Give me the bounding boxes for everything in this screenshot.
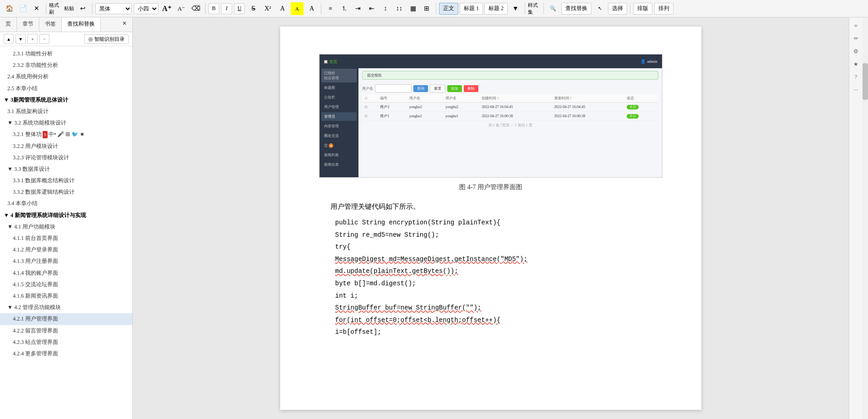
toc-item-413[interactable]: 4.1.3 用户注册界面 xyxy=(0,256,132,267)
admin-sidebar-item-5[interactable]: 管理员 xyxy=(321,112,357,121)
smart-toc-btn[interactable]: ◎ 智能识别目录 xyxy=(84,34,129,44)
scrollbar-thumb[interactable] xyxy=(863,63,868,100)
toc-item-411[interactable]: 4.1.1 前台首页界面 xyxy=(0,233,132,244)
style-set-icon[interactable]: 样式集 xyxy=(528,2,541,15)
admin-sidebar-item-7[interactable]: 圈友交流 xyxy=(321,131,357,140)
ordered-list-icon[interactable]: ⒈ xyxy=(338,2,351,15)
nav-up-btn[interactable]: ▲ xyxy=(4,34,14,44)
toc-item-33[interactable]: ▼ 3.3 数据库设计 xyxy=(0,163,132,175)
sidebar-tab-find[interactable]: 查找和替换 xyxy=(62,17,101,32)
toc-item-3[interactable]: ▼ 3新闻管理系统总体设计 xyxy=(0,94,132,106)
toc-item-31[interactable]: 3.1 系统架构设计 xyxy=(0,106,132,117)
increase-font-icon[interactable]: A⁺ xyxy=(160,2,173,15)
toc-item-415[interactable]: 4.1.5 交流论坛界面 xyxy=(0,279,132,290)
underline-btn[interactable]: U xyxy=(234,3,245,14)
toc-item-416[interactable]: 4.1.6 新闻资讯界面 xyxy=(0,290,132,302)
toc-item-321[interactable]: 3.2.1 整体功 S 中• 🎤 ⊞ 🐦 ★ xyxy=(0,129,132,140)
more-styles-icon[interactable]: ▼ xyxy=(509,2,522,15)
strikethrough-icon[interactable]: S̶ xyxy=(247,2,260,15)
find-replace-btn[interactable]: 查找替换 xyxy=(561,3,591,15)
font-size-selector[interactable]: 小四 xyxy=(134,3,158,14)
close-icon[interactable]: ✕ xyxy=(30,2,43,15)
indent-icon[interactable]: ⇥ xyxy=(352,2,364,15)
toc-item-421[interactable]: 4.2.1 用户管理界面 xyxy=(0,313,132,325)
reset-btn[interactable]: 重置 xyxy=(430,85,445,93)
right-panel-menu-icon[interactable]: ≡ xyxy=(852,21,861,30)
highlight-icon[interactable]: A xyxy=(291,2,304,15)
sidebar-tab-chapter[interactable]: 章节 xyxy=(17,17,39,32)
find-replace-icon[interactable]: 🔍 xyxy=(547,2,559,15)
delete-btn[interactable]: 删除 xyxy=(464,85,478,92)
file-icon[interactable]: 📄 xyxy=(16,2,29,15)
toc-item-322[interactable]: 3.2.2 用户模块设计 xyxy=(0,141,132,152)
more-para-icon[interactable]: ⊞ xyxy=(420,2,433,15)
font-border-icon[interactable]: A xyxy=(305,2,318,15)
th-updated[interactable]: 更新时间 ↑ xyxy=(552,94,624,103)
clear-format-icon[interactable]: ⌫ xyxy=(190,2,202,15)
toc-item-42[interactable]: ▼ 4.2 管理员功能模块 xyxy=(0,302,132,313)
th-username[interactable]: 用户名 xyxy=(407,94,443,103)
th-name[interactable]: 用户名 xyxy=(443,94,479,103)
right-panel-edit-icon[interactable]: ✏ xyxy=(852,34,861,43)
right-panel-star-icon[interactable]: ★ xyxy=(852,60,861,69)
paste-icon[interactable]: 粘贴 xyxy=(63,2,76,15)
sidebar-tab-page[interactable]: 页 xyxy=(0,17,17,32)
bold-btn[interactable]: B xyxy=(208,3,219,14)
toc-item-41[interactable]: ▼ 4.1 用户功能模块 xyxy=(0,221,132,233)
toc-item-323[interactable]: 3.2.3 评论管理模块设计 xyxy=(0,152,132,163)
title1-btn[interactable]: 标题 1 xyxy=(460,3,483,15)
toc-item-25[interactable]: 2.5 本章小结 xyxy=(0,83,132,94)
toc-item-331[interactable]: 3.3.1 数据库概念结构设计 xyxy=(0,175,132,186)
toc-item-232[interactable]: 2.3.2 非功能性分析 xyxy=(0,60,132,71)
sidebar-tab-bookmark[interactable]: 书签 xyxy=(39,17,62,32)
query-btn[interactable]: 查询 xyxy=(413,85,428,92)
line-spacing-icon[interactable]: ↕ xyxy=(379,2,392,15)
admin-sidebar-item-3[interactable]: 公告栏 xyxy=(321,93,357,102)
admin-sidebar-item-2[interactable]: 标题图 xyxy=(321,83,357,92)
toc-item-231[interactable]: 2.3.1 功能性分析 xyxy=(0,48,132,60)
right-panel-settings-icon[interactable]: ⚙ xyxy=(852,47,861,56)
right-panel-help-icon[interactable]: ? xyxy=(852,72,861,82)
outdent-icon[interactable]: ⇤ xyxy=(365,2,378,15)
admin-sidebar-item-1[interactable]: 已报价站点管理 xyxy=(321,69,357,82)
undo-icon[interactable]: ↩ xyxy=(76,2,89,15)
toc-item-423[interactable]: 4.2.3 站点管理界面 xyxy=(0,337,132,348)
home-icon[interactable]: 🏠 xyxy=(3,2,16,15)
search-input[interactable] xyxy=(375,84,412,93)
sidebar-tab-close[interactable]: ✕ xyxy=(117,17,132,32)
border-shading-icon[interactable]: ▦ xyxy=(407,2,419,15)
row2-checkbox[interactable]: □ xyxy=(362,112,377,121)
title2-btn[interactable]: 标题 2 xyxy=(484,3,508,15)
th-id[interactable]: 编号 xyxy=(377,94,406,103)
italic-btn[interactable]: I xyxy=(221,3,232,14)
zhengwen-btn[interactable]: 正文 xyxy=(439,3,458,15)
toc-item-422[interactable]: 4.2.2 留言管理界面 xyxy=(0,325,132,337)
toc-item-414[interactable]: 4.1.4 我的账户界面 xyxy=(0,267,132,279)
toc-item-34[interactable]: 3.4 本章小结 xyxy=(0,198,132,209)
toc-item-4[interactable]: ▼ 4 新闻管理系统详细设计与实现 xyxy=(0,210,132,221)
toc-item-24[interactable]: 2.4 系统用例分析 xyxy=(0,71,132,82)
toc-item-412[interactable]: 4.1.2 用户登录界面 xyxy=(0,244,132,256)
admin-sidebar-item-9[interactable]: 新闻列表 xyxy=(321,151,357,159)
right-panel-more-icon[interactable]: ··· xyxy=(852,85,861,94)
select-btn[interactable]: 选择 xyxy=(608,3,627,15)
row1-checkbox[interactable]: □ xyxy=(362,103,377,112)
toc-item-32[interactable]: ▼ 3.2 系统功能模块设计 xyxy=(0,117,132,129)
superscript-icon[interactable]: X² xyxy=(261,2,274,15)
admin-sidebar-item-6[interactable]: 内容管理 xyxy=(321,122,357,131)
toc-item-424[interactable]: 4.2.4 更多管理界面 xyxy=(0,348,132,359)
nav-down-btn[interactable]: ▼ xyxy=(16,34,26,44)
format-brush-icon[interactable]: 格式刷 xyxy=(49,2,62,15)
list-icon[interactable]: ≡ xyxy=(324,2,337,15)
para-spacing-icon[interactable]: ↕↕ xyxy=(393,2,406,15)
sort-btn[interactable]: 排列 xyxy=(654,3,673,15)
select-icon[interactable]: ↖ xyxy=(593,2,606,15)
toc-item-332[interactable]: 3.3.2 数据库逻辑结构设计 xyxy=(0,186,132,198)
font-color-icon[interactable]: A xyxy=(276,2,289,15)
scrollbar-track[interactable] xyxy=(863,17,868,419)
nav-add-btn[interactable]: + xyxy=(27,34,38,44)
admin-sidebar-item-10[interactable]: 新闻分类 xyxy=(321,160,357,169)
decrease-font-icon[interactable]: A⁻ xyxy=(175,2,188,15)
font-family-selector[interactable]: 黑体 xyxy=(95,3,132,14)
admin-sidebar-item-4[interactable]: 用户管理 xyxy=(321,103,357,111)
